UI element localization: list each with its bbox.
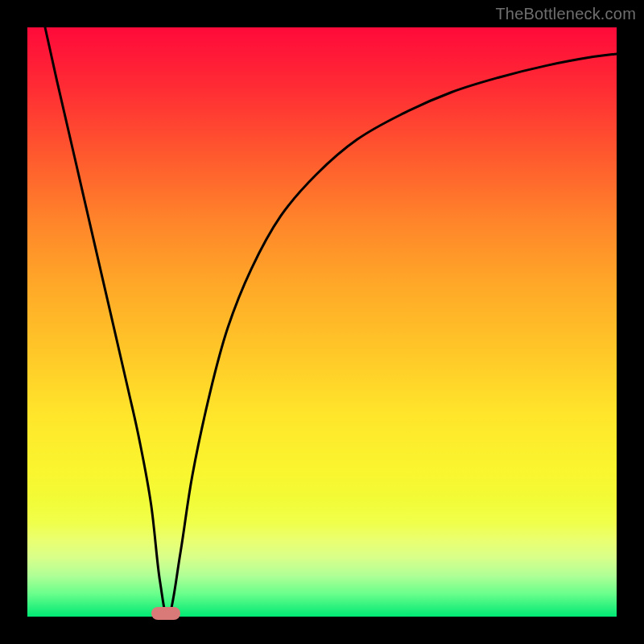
chart-container: TheBottleneck.com [0, 0, 644, 644]
optimum-marker [151, 607, 180, 620]
plot-area [27, 27, 617, 617]
watermark-text: TheBottleneck.com [495, 5, 636, 23]
curve-svg [27, 27, 617, 617]
bottleneck-curve [45, 27, 617, 617]
